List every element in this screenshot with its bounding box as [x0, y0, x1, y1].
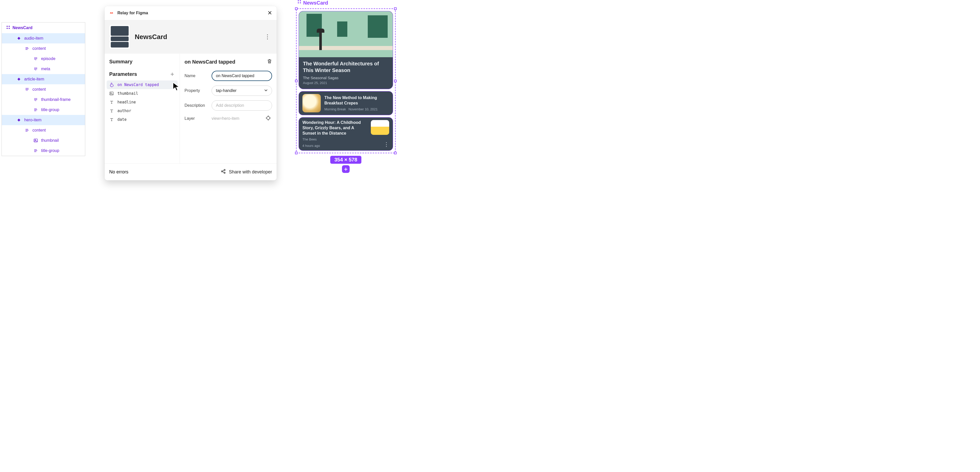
resize-handle[interactable] — [295, 152, 298, 154]
plugin-brand-text: Relay for Figma — [118, 11, 148, 15]
svg-rect-41 — [298, 2, 299, 3]
svg-rect-4 — [18, 37, 20, 40]
svg-rect-28 — [34, 139, 38, 142]
more-options-icon[interactable]: ⋮ — [383, 141, 389, 148]
parameter-row[interactable]: date — [107, 115, 178, 124]
layer-label: content — [32, 46, 46, 51]
layer-row[interactable]: title-group — [2, 105, 85, 115]
plugin-brand: Relay for Figma — [109, 10, 148, 16]
resize-handle[interactable] — [295, 80, 298, 82]
layers-root-label: NewsCard — [13, 26, 32, 30]
parameter-label: author — [118, 108, 131, 113]
hero-thumbnail — [299, 11, 393, 57]
resize-handle[interactable] — [295, 7, 298, 10]
layer-row[interactable]: thumbnail-frame — [2, 94, 85, 105]
summary-heading[interactable]: Summary — [109, 59, 175, 65]
hero-item[interactable]: The Wonderful Architectures of This Wint… — [299, 11, 393, 89]
parameter-row[interactable]: author — [107, 107, 178, 115]
share-label: Share with developer — [229, 169, 272, 175]
layer-type-icon — [25, 128, 29, 132]
layer-row[interactable]: episode — [2, 54, 85, 64]
overflow-menu-icon[interactable]: ⋮ — [263, 33, 272, 40]
layer-type-icon — [25, 87, 29, 92]
add-parameter-button[interactable]: ＋ — [169, 70, 175, 78]
parameter-type-icon — [109, 109, 114, 113]
resize-handle[interactable] — [394, 80, 396, 82]
parameter-row[interactable]: thumbnail — [107, 89, 178, 98]
layer-row[interactable]: article-item — [2, 74, 85, 84]
layers-panel: NewsCard audio-itemcontentepisodemetaart… — [2, 22, 85, 156]
property-select[interactable]: tap-handler — [212, 86, 272, 96]
delete-parameter-button[interactable] — [267, 59, 272, 65]
description-placeholder: Add description — [216, 103, 244, 108]
parameter-label: headline — [118, 100, 136, 104]
hero-date: August 25, 2021 — [303, 81, 389, 85]
layer-label: audio-item — [24, 36, 43, 41]
error-status: No errors — [109, 169, 128, 175]
target-picker-icon[interactable] — [266, 115, 272, 122]
figma-canvas: NewsCard The Wonderful Architecture — [296, 0, 396, 173]
layer-row[interactable]: thumbnail — [2, 136, 85, 145]
audio-headline: Wondering Hour: A Childhood Story, Grizz… — [302, 120, 367, 136]
parameter-label: on NewsCard tapped — [118, 83, 159, 87]
property-field-label: Property — [185, 88, 208, 93]
audio-item[interactable]: Wondering Hour: A Childhood Story, Grizz… — [299, 117, 393, 151]
parameter-row[interactable]: headline — [107, 98, 178, 107]
layer-label: title-group — [41, 107, 59, 112]
article-item[interactable]: The New Method to Making Breakfast Crepe… — [299, 91, 393, 115]
parameter-row[interactable]: on NewsCard tapped — [107, 80, 178, 89]
svg-rect-14 — [18, 78, 20, 80]
layer-label: meta — [41, 67, 50, 71]
layer-label: hero-item — [24, 118, 41, 122]
layer-row[interactable]: content — [2, 84, 85, 94]
parameter-type-icon — [109, 118, 114, 121]
newscard-component[interactable]: The Wonderful Architectures of This Wint… — [299, 11, 393, 151]
component-frame-label[interactable]: NewsCard — [297, 0, 396, 6]
description-input[interactable]: Add description — [212, 100, 272, 111]
svg-rect-40 — [300, 0, 301, 2]
layer-row[interactable]: audio-item — [2, 33, 85, 43]
selection-outline: The Wonderful Architectures of This Wint… — [296, 8, 396, 153]
hero-headline: The Wonderful Architectures of This Wint… — [303, 60, 389, 73]
layer-label: thumbnail-frame — [41, 97, 71, 102]
layer-type-icon — [17, 36, 21, 41]
share-icon — [221, 169, 226, 175]
layer-field-label: Layer — [185, 116, 208, 121]
svg-rect-33 — [110, 92, 113, 95]
close-button[interactable]: ✕ — [267, 10, 272, 16]
layer-row[interactable]: title-group — [2, 145, 85, 156]
component-thumbnail — [109, 24, 130, 49]
svg-point-35 — [267, 116, 270, 120]
layer-type-icon — [17, 77, 21, 81]
article-author: Morning Break — [325, 107, 346, 111]
layer-row[interactable]: hero-item — [2, 115, 85, 125]
share-with-developer-button[interactable]: Share with developer — [221, 169, 272, 175]
layer-label: episode — [41, 56, 56, 61]
selection-dimensions: 354 × 578 — [330, 156, 361, 164]
chevron-down-icon — [264, 88, 268, 93]
layer-field-value: view=hero-item — [212, 116, 262, 121]
svg-rect-42 — [300, 2, 301, 3]
svg-rect-2 — [6, 27, 8, 29]
resize-handle[interactable] — [394, 152, 396, 154]
layer-label: article-item — [24, 77, 44, 81]
layer-row[interactable]: content — [2, 125, 85, 136]
audio-relative-time: 4 hours ago — [302, 144, 320, 148]
article-headline: The New Method to Making Breakfast Crepe… — [325, 95, 389, 106]
layer-type-icon — [33, 138, 38, 143]
layer-label: title-group — [41, 148, 59, 153]
name-field-label: Name — [185, 73, 208, 78]
layers-root[interactable]: NewsCard — [2, 22, 85, 33]
article-date: November 10, 2021 — [348, 107, 378, 111]
parameter-type-icon — [109, 100, 114, 104]
audio-thumbnail — [371, 120, 389, 135]
add-variant-button[interactable]: ＋ — [342, 165, 350, 173]
layer-row[interactable]: content — [2, 43, 85, 54]
name-input-value: on NewsCard tapped — [216, 73, 254, 78]
component-title: NewsCard — [135, 33, 263, 41]
resize-handle[interactable] — [394, 7, 396, 10]
name-input[interactable]: on NewsCard tapped — [212, 71, 272, 81]
relay-logo-icon — [109, 10, 115, 16]
layer-row[interactable]: meta — [2, 64, 85, 74]
svg-rect-1 — [8, 26, 10, 27]
